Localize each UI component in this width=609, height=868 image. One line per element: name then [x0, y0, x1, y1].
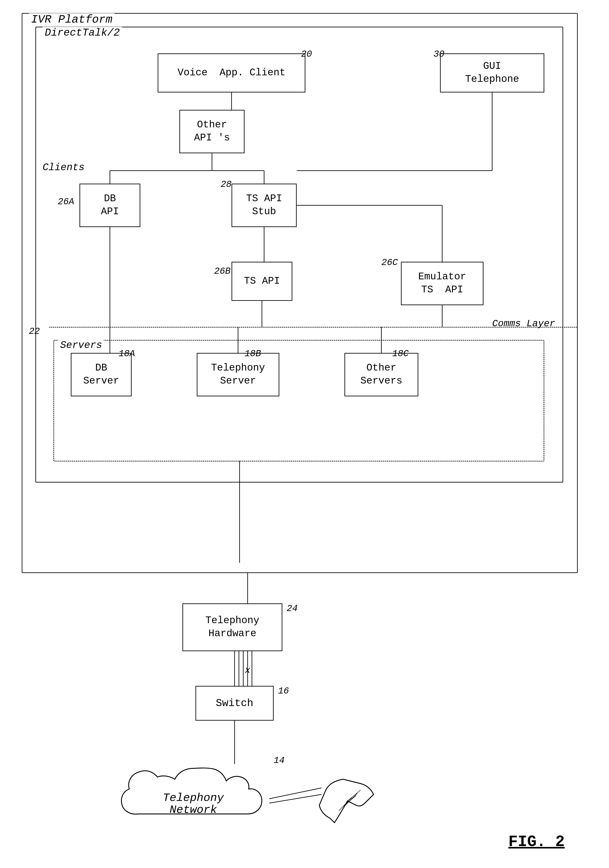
ref-26b: 26B: [214, 266, 231, 276]
telephony-server-label: Telephony Server: [211, 362, 265, 388]
diagram-container: IVR Platform DirectTalk/2 Clients Comms …: [17, 9, 591, 860]
db-api-label: DB API: [101, 192, 119, 219]
telephone-svg: [317, 773, 387, 829]
other-servers-box: Other Servers: [345, 353, 418, 396]
ref-18c: 18C: [392, 349, 409, 359]
other-apis-box: Other API 's: [179, 110, 245, 153]
db-server-label: DB Server: [83, 362, 119, 388]
svg-line-20: [348, 790, 360, 801]
ref-14: 14: [273, 755, 284, 766]
telephony-network-cloud: Telephony Network: [117, 755, 269, 838]
db-api-box: DB API: [79, 184, 140, 227]
svg-text:x: x: [245, 665, 250, 676]
svg-line-22: [339, 798, 352, 811]
db-server-box: DB Server: [71, 353, 132, 396]
gui-telephone-box: GUI Telephone: [440, 53, 544, 93]
ref-26a: 26A: [58, 197, 74, 207]
gui-telephone-label: GUI Telephone: [465, 60, 519, 86]
ref-30: 30: [433, 49, 444, 59]
ref-26c: 26C: [381, 257, 398, 268]
ts-api-stub-box: TS API Stub: [231, 184, 297, 227]
ivr-platform-box: IVR Platform DirectTalk/2 Clients Comms …: [22, 13, 578, 573]
voice-app-client-box: Voice App. Client: [158, 53, 305, 93]
other-servers-label: Other Servers: [360, 362, 402, 388]
ref-24: 24: [287, 603, 298, 614]
svg-line-32: [269, 788, 322, 799]
other-apis-label: Other API 's: [194, 118, 230, 144]
ref-28: 28: [221, 179, 231, 190]
switch-box: Switch: [196, 686, 273, 721]
ref-22: 22: [29, 326, 40, 336]
emulator-ts-api-label: Emulator TS API: [418, 270, 466, 296]
ref-20: 20: [301, 49, 312, 59]
clients-label: Clients: [43, 162, 84, 173]
telephony-hardware-label: Telephony Hardware: [205, 614, 259, 640]
servers-label: Servers: [58, 340, 104, 351]
emulator-ts-api-box: Emulator TS API: [401, 262, 483, 305]
svg-text:Network: Network: [169, 803, 217, 816]
ref-18a: 18A: [119, 349, 135, 359]
switch-label: Switch: [216, 698, 253, 709]
voice-app-client-label: Voice App. Client: [178, 67, 286, 79]
ref-18b: 18B: [245, 349, 261, 359]
telephone-icon: [317, 773, 387, 829]
comms-layer-line: [49, 327, 577, 327]
telephony-server-box: Telephony Server: [197, 353, 279, 396]
ivr-platform-label: IVR Platform: [29, 13, 115, 26]
directtalk-label: DirectTalk/2: [43, 27, 122, 39]
ts-api-stub-label: TS API Stub: [246, 192, 282, 219]
svg-line-33: [269, 794, 322, 803]
cloud-svg: Telephony Network: [117, 755, 269, 838]
telephony-hardware-box: Telephony Hardware: [182, 603, 282, 651]
figure-label: FIG. 2: [508, 833, 565, 851]
ts-api-label: TS API: [244, 275, 280, 288]
ts-api-box: TS API: [231, 262, 292, 301]
directtalk-box: DirectTalk/2 Clients Comms Layer Voice A…: [36, 27, 563, 482]
svg-text:Telephony: Telephony: [163, 792, 224, 804]
ref-16: 16: [278, 686, 289, 696]
